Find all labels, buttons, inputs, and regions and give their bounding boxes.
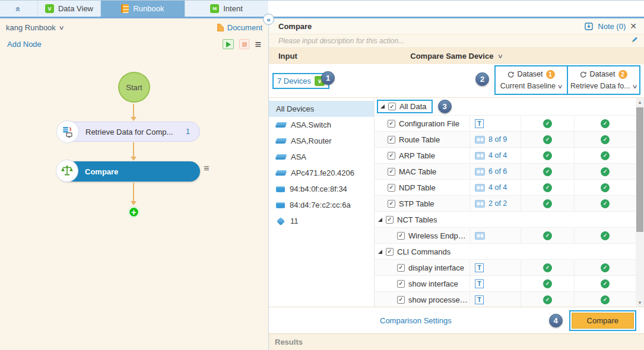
runbook-toolbar: kang Runbook ∨ Document bbox=[0, 18, 268, 36]
device-list-item[interactable]: All Devices bbox=[269, 101, 374, 117]
row-checkbox[interactable] bbox=[397, 264, 405, 272]
table-row[interactable]: Configuration File bbox=[375, 115, 636, 131]
compare-mode-dropdown[interactable]: Compare Same Device ∨ bbox=[410, 52, 503, 61]
row-checkbox[interactable] bbox=[397, 280, 405, 288]
description-placeholder[interactable]: Please input description for this action… bbox=[278, 37, 404, 45]
dataset1-status-check-icon bbox=[543, 295, 552, 304]
collapse-panel-button[interactable]: « bbox=[0, 1, 38, 17]
dataset-2-label: Dataset bbox=[589, 70, 615, 78]
runbook-name-dropdown[interactable]: kang Runbook ∨ bbox=[6, 23, 64, 32]
tab-intent[interactable]: NI Intent bbox=[185, 1, 268, 17]
table-row[interactable]: NCT Tables bbox=[375, 211, 636, 227]
tab-runbook[interactable]: Runbook bbox=[101, 1, 185, 17]
table-row[interactable]: ARP Table 4 of 4 bbox=[375, 147, 636, 163]
node-toolbar: Add Node ≡ bbox=[0, 36, 268, 52]
row-label: Route Table bbox=[399, 135, 440, 144]
data-type-icon bbox=[475, 200, 485, 208]
dataset1-status-check-icon bbox=[543, 263, 552, 272]
row-checkbox[interactable] bbox=[397, 232, 405, 240]
device-list-item[interactable]: ASA.Switch bbox=[269, 117, 374, 133]
menu-icon[interactable]: ≡ bbox=[255, 39, 261, 50]
compare-node[interactable]: Compare bbox=[58, 161, 200, 182]
scrollbar-thumb[interactable] bbox=[636, 107, 643, 232]
compare-node-icon bbox=[56, 160, 78, 182]
row-checkbox[interactable] bbox=[388, 184, 395, 192]
row-checkbox[interactable] bbox=[386, 216, 394, 224]
dataset-1-dropdown[interactable]: Current Baseline ∨ bbox=[500, 82, 562, 90]
row-count-link[interactable]: 6 of 6 bbox=[488, 167, 507, 176]
row-checkbox[interactable] bbox=[388, 152, 395, 160]
note-window-icon[interactable] bbox=[585, 22, 594, 30]
row-checkbox[interactable] bbox=[397, 296, 405, 304]
document-link[interactable]: Document bbox=[227, 23, 262, 32]
row-count-link[interactable]: 8 of 9 bbox=[488, 135, 507, 144]
row-label: CLI Commands bbox=[397, 247, 451, 256]
dataset2-status-check-icon bbox=[601, 151, 610, 160]
expand-triangle-icon[interactable] bbox=[378, 218, 382, 222]
add-step-button[interactable]: + bbox=[128, 206, 139, 218]
all-data-checkbox[interactable] bbox=[388, 103, 396, 110]
table-row[interactable]: display interface bbox=[375, 259, 636, 275]
flowchart-canvas: Start Retrieve Data for Comp... 1 bbox=[0, 71, 268, 350]
annotation-badge-2: 2 bbox=[475, 72, 489, 86]
device-list-item[interactable]: ASA bbox=[269, 149, 374, 165]
tab-label: Intent bbox=[223, 4, 243, 13]
table-row[interactable]: MAC Table 6 of 6 bbox=[375, 163, 636, 179]
all-data-toggle[interactable]: All Data bbox=[377, 100, 433, 113]
expand-triangle-icon[interactable] bbox=[378, 250, 382, 254]
table-row[interactable]: Route Table 8 of 9 bbox=[375, 131, 636, 147]
edit-pencil-icon[interactable] bbox=[630, 36, 638, 46]
device-name: ASA bbox=[291, 152, 306, 161]
comparison-settings-link[interactable]: Comparison Settings bbox=[380, 316, 452, 325]
table-row[interactable]: STP Table 2 of 2 bbox=[375, 195, 636, 211]
runbook-notebook-icon bbox=[121, 4, 129, 13]
scroll-down-icon[interactable]: ▼ bbox=[636, 298, 644, 307]
compare-button[interactable]: Compare bbox=[572, 313, 634, 329]
tab-data-view[interactable]: V Data View bbox=[38, 1, 101, 17]
description-row: Please input description for this action… bbox=[269, 34, 644, 48]
table-row[interactable]: Wireless Endpoint Ta... bbox=[375, 227, 636, 243]
table-row[interactable]: show interface bbox=[375, 275, 636, 291]
retrieve-node-label: Retrieve Data for Comp... bbox=[85, 128, 173, 136]
add-node-link[interactable]: Add Node bbox=[7, 40, 42, 49]
row-count-link[interactable]: 4 of 4 bbox=[488, 151, 507, 160]
device-list-item[interactable]: 11 bbox=[269, 213, 374, 229]
table-row[interactable]: CLI Commands bbox=[375, 243, 636, 259]
dataset2-status-check-icon bbox=[601, 183, 610, 192]
device-list-item[interactable]: 94:b4:0f:ce:8f:34 bbox=[269, 181, 374, 197]
dataset-2-dropdown[interactable]: Retrieve Data fo... ∨ bbox=[570, 82, 637, 90]
tab-bar: « V Data View Runbook NI Intent bbox=[0, 0, 644, 18]
retrieve-data-node[interactable]: Retrieve Data for Comp... 1 bbox=[58, 122, 200, 142]
dataset2-status-check-icon bbox=[601, 199, 610, 208]
vertical-scrollbar[interactable]: ▲ ▼ bbox=[636, 98, 644, 307]
expand-triangle-icon[interactable] bbox=[380, 104, 385, 109]
start-label: Start bbox=[126, 83, 142, 92]
device-list-item[interactable]: ASA,Router bbox=[269, 133, 374, 149]
table-row[interactable]: NDP Table 4 of 4 bbox=[375, 179, 636, 195]
panel-title: Compare bbox=[278, 22, 312, 31]
collapse-right-panel-button[interactable]: « bbox=[263, 14, 274, 25]
run-button[interactable] bbox=[223, 39, 234, 49]
device-list-item[interactable]: APc471.fe20.4206 bbox=[269, 165, 374, 181]
row-count-link[interactable]: 4 of 4 bbox=[488, 183, 507, 192]
note-link[interactable]: Note (0) bbox=[598, 22, 626, 31]
results-label: Results bbox=[275, 338, 303, 346]
data-type-icon bbox=[475, 119, 484, 128]
row-checkbox[interactable] bbox=[388, 200, 395, 208]
close-icon[interactable]: ✕ bbox=[630, 21, 637, 31]
row-checkbox[interactable] bbox=[388, 136, 395, 144]
devices-dropdown-value: 7 Devices bbox=[277, 77, 311, 85]
node-menu-icon[interactable]: ≡ bbox=[204, 163, 209, 174]
start-node[interactable]: Start bbox=[118, 72, 150, 103]
row-checkbox[interactable] bbox=[386, 248, 394, 256]
table-row[interactable]: show processes cpu bbox=[375, 291, 636, 307]
device-list-item[interactable]: 84:d4:7e:c2:cc:6a bbox=[269, 197, 374, 213]
row-checkbox[interactable] bbox=[388, 168, 395, 176]
row-checkbox[interactable] bbox=[388, 120, 395, 128]
device-name: 11 bbox=[290, 217, 299, 225]
input-content-area: All Devices ASA.Switch ASA,Router ASA AP… bbox=[269, 97, 644, 307]
stop-button[interactable] bbox=[239, 39, 249, 49]
scroll-up-icon[interactable]: ▲ bbox=[636, 98, 644, 106]
row-count-link[interactable]: 2 of 2 bbox=[488, 199, 507, 208]
chevron-down-icon: ∨ bbox=[632, 83, 637, 90]
